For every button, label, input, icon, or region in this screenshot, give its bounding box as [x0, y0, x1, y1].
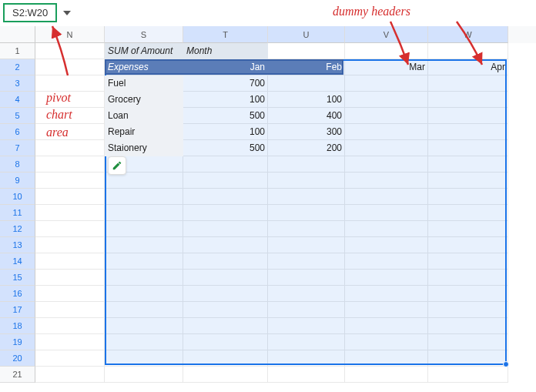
pivot-value: 100 — [183, 124, 268, 140]
column-header-S[interactable]: S — [105, 26, 183, 43]
column-headers: NSTUVW — [0, 26, 536, 43]
name-box[interactable]: S2:W20 — [3, 3, 57, 22]
row-header-3[interactable]: 3 — [0, 75, 35, 92]
row-header-19[interactable]: 19 — [0, 334, 35, 350]
pivot-col-header-mar: Mar — [345, 59, 428, 75]
row-header-15[interactable]: 15 — [0, 270, 35, 286]
pivot-row-label: Fuel — [105, 75, 183, 92]
row-header-4[interactable]: 4 — [0, 92, 35, 108]
select-all-corner[interactable] — [0, 26, 35, 43]
row-header-11[interactable]: 11 — [0, 205, 35, 221]
pivot-value: 500 — [183, 140, 268, 156]
row-header-9[interactable]: 9 — [0, 173, 35, 189]
pivot-values-label: SUM of Amount — [105, 43, 183, 59]
row-header-10[interactable]: 10 — [0, 189, 35, 205]
row-header-5[interactable]: 5 — [0, 108, 35, 124]
row-header-16[interactable]: 16 — [0, 286, 35, 302]
column-header-T[interactable]: T — [183, 26, 268, 43]
cells-area[interactable]: SUM of AmountMonthExpensesJanFebMarAprFu… — [35, 43, 536, 392]
selection-handle[interactable] — [503, 361, 509, 367]
row-header-8[interactable]: 8 — [0, 156, 35, 173]
row-header-2[interactable]: 2 — [0, 59, 35, 75]
column-header-W[interactable]: W — [428, 26, 508, 43]
pivot-row-label: Grocery — [105, 92, 183, 108]
row-headers: 123456789101112131415161718192021 — [0, 43, 35, 383]
pencil-icon — [112, 160, 122, 171]
spreadsheet-grid: NSTUVW 123456789101112131415161718192021… — [0, 26, 536, 392]
row-header-6[interactable]: 6 — [0, 124, 35, 140]
pivot-value: 400 — [268, 108, 345, 124]
pivot-value: 100 — [268, 92, 345, 108]
row-header-20[interactable]: 20 — [0, 350, 35, 367]
pivot-row-label: Staionery — [105, 140, 183, 156]
annotation-dummy-headers: dummy headers — [333, 5, 410, 18]
row-header-1[interactable]: 1 — [0, 43, 35, 59]
pivot-col-header-apr: Apr — [428, 59, 508, 75]
pivot-col-header-jan: Jan — [183, 59, 268, 75]
row-header-12[interactable]: 12 — [0, 221, 35, 237]
row-header-14[interactable]: 14 — [0, 253, 35, 270]
pivot-value: 500 — [183, 108, 268, 124]
pivot-columns-label: Month — [183, 43, 268, 59]
column-header-N[interactable]: N — [35, 26, 105, 43]
pivot-col-header-feb: Feb — [268, 59, 345, 75]
edit-pivot-button[interactable] — [108, 156, 126, 175]
pivot-value: 200 — [268, 140, 345, 156]
name-box-dropdown-icon[interactable] — [63, 11, 71, 15]
pivot-row-label: Loan — [105, 108, 183, 124]
pivot-rows-label: Expenses — [105, 59, 183, 75]
pivot-row-label: Repair — [105, 124, 183, 140]
pivot-value: 100 — [183, 92, 268, 108]
row-header-18[interactable]: 18 — [0, 318, 35, 334]
row-header-17[interactable]: 17 — [0, 302, 35, 318]
column-header-V[interactable]: V — [345, 26, 428, 43]
column-header-U[interactable]: U — [268, 26, 345, 43]
pivot-value: 300 — [268, 124, 345, 140]
row-header-13[interactable]: 13 — [0, 237, 35, 253]
row-header-21[interactable]: 21 — [0, 367, 35, 383]
row-header-7[interactable]: 7 — [0, 140, 35, 156]
pivot-value: 700 — [183, 75, 268, 92]
